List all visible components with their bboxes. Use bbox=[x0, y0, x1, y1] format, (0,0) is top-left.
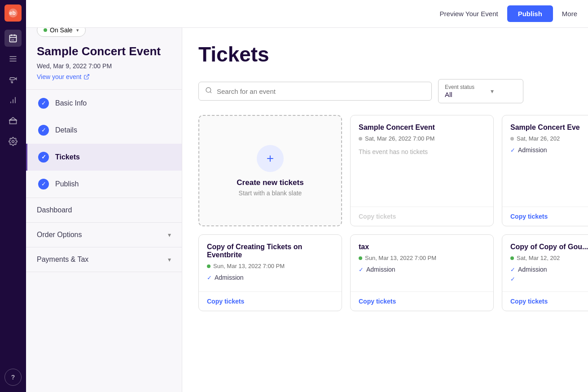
card1-copy-tickets-button: Copy tickets bbox=[359, 213, 396, 220]
svg-rect-13 bbox=[10, 120, 17, 123]
nav-label-tickets: Tickets bbox=[55, 153, 80, 161]
card5-ticket-label: Admission bbox=[518, 266, 547, 273]
search-row: Event status All ▾ bbox=[198, 79, 572, 103]
card5-copy-tickets-button[interactable]: Copy tickets bbox=[510, 298, 548, 305]
svg-text:eb: eb bbox=[9, 10, 16, 16]
nav-label-details: Details bbox=[55, 126, 77, 134]
nav-item-publish[interactable]: ✓ Publish bbox=[26, 171, 182, 198]
svg-line-18 bbox=[210, 92, 211, 93]
sidebar-icon-chart[interactable] bbox=[4, 92, 22, 109]
payments-tax-chevron-icon: ▾ bbox=[168, 256, 171, 263]
card2-ticket-label: Admission bbox=[518, 146, 547, 154]
event-status-chevron-icon: ▾ bbox=[491, 88, 494, 95]
create-plus-icon: + bbox=[257, 145, 284, 172]
status-chevron-icon: ▾ bbox=[76, 27, 79, 33]
svg-marker-14 bbox=[10, 118, 17, 120]
svg-point-17 bbox=[206, 88, 211, 92]
logo[interactable]: eb bbox=[4, 4, 22, 22]
card2-date: Sat, Mar 26, 202 bbox=[517, 135, 560, 142]
card2-copy-tickets-button[interactable]: Copy tickets bbox=[510, 213, 548, 220]
publish-button[interactable]: Publish bbox=[507, 5, 553, 22]
order-options-label: Order Options bbox=[37, 231, 82, 239]
nav-check-basic-info: ✓ bbox=[38, 98, 49, 109]
event-date: Wed, Mar 9, 2022 7:00 PM bbox=[26, 62, 182, 70]
card3-ticket-check-icon: ✓ bbox=[207, 274, 212, 281]
preview-event-button[interactable]: Preview Your Event bbox=[440, 10, 498, 18]
create-card-label: Create new tickets bbox=[237, 178, 303, 187]
nav-label-publish: Publish bbox=[55, 180, 79, 188]
nav-item-basic-info[interactable]: ✓ Basic Info bbox=[26, 90, 182, 117]
nav-check-publish: ✓ bbox=[38, 179, 49, 189]
nav-item-details[interactable]: ✓ Details bbox=[26, 117, 182, 144]
sidebar-icon-bank[interactable] bbox=[4, 112, 22, 129]
sidebar-icon-gear[interactable] bbox=[4, 133, 22, 150]
sidebar-section-order-options[interactable]: Order Options ▾ bbox=[26, 223, 182, 247]
topbar: Preview Your Event Publish More bbox=[26, 0, 588, 28]
event-status-dropdown[interactable]: Event status All ▾ bbox=[438, 79, 523, 103]
card5-ticket-check-icon-2: ✓ bbox=[510, 276, 515, 282]
event-title: Sample Concert Event bbox=[26, 42, 182, 62]
event-status-label: Event status bbox=[445, 84, 474, 90]
card3-ticket-label: Admission bbox=[215, 274, 244, 281]
card5-date-dot bbox=[510, 256, 514, 260]
payments-tax-label: Payments & Tax bbox=[37, 255, 88, 264]
search-icon bbox=[205, 87, 212, 96]
sidebar-section-payments-tax[interactable]: Payments & Tax ▾ bbox=[26, 247, 182, 272]
card1-date: Sat, Mar 26, 2022 7:00 PM bbox=[365, 135, 434, 142]
card4-date: Sun, Mar 13, 2022 7:00 PM bbox=[365, 255, 436, 261]
card5-event-name: Copy of Copy of Gou... Baking Class bbox=[510, 243, 588, 251]
nav-check-tickets: ✓ bbox=[38, 152, 49, 163]
more-button[interactable]: More bbox=[562, 10, 577, 18]
view-event-link[interactable]: View your event bbox=[26, 70, 182, 89]
status-dot bbox=[44, 28, 47, 32]
card3-date: Sun, Mar 13, 2022 7:00 PM bbox=[213, 263, 285, 269]
search-input[interactable] bbox=[217, 88, 425, 95]
icon-bar: eb 15 bbox=[0, 0, 26, 392]
card2-event-name: Sample Concert Eve bbox=[510, 123, 588, 132]
sidebar: ‹ Events On Sale ▾ Sample Concert Event … bbox=[26, 0, 182, 392]
card4-ticket-check-icon: ✓ bbox=[359, 266, 364, 273]
card4-event-name: tax bbox=[359, 243, 485, 251]
svg-point-15 bbox=[12, 141, 14, 143]
cards-row-1: + Create new tickets Start with a blank … bbox=[198, 115, 572, 226]
nav-label-basic-info: Basic Info bbox=[55, 99, 87, 107]
event-status-value: All bbox=[445, 91, 474, 98]
event-card-3: Copy of Creating Tickets on Eventbrite S… bbox=[198, 234, 342, 311]
card4-date-dot bbox=[359, 256, 362, 260]
sidebar-icon-orders[interactable] bbox=[4, 50, 22, 67]
sidebar-icon-help[interactable]: ? bbox=[4, 369, 22, 386]
card5-ticket-check-icon: ✓ bbox=[510, 266, 515, 273]
order-options-chevron-icon: ▾ bbox=[168, 231, 171, 238]
event-card-5: Copy of Copy of Gou... Baking Class Sat,… bbox=[502, 234, 588, 311]
card4-copy-tickets-button[interactable]: Copy tickets bbox=[359, 298, 396, 305]
card2-ticket-check-icon: ✓ bbox=[510, 147, 515, 154]
card1-date-dot bbox=[359, 137, 362, 141]
card3-event-name: Copy of Creating Tickets on Eventbrite bbox=[207, 243, 333, 259]
card4-ticket-label: Admission bbox=[366, 266, 395, 273]
main-content: Tickets Event status All ▾ + bbox=[182, 28, 588, 392]
card2-date-dot bbox=[510, 137, 514, 141]
event-card-1: Sample Concert Event Sat, Mar 26, 2022 7… bbox=[350, 115, 494, 226]
event-card-2: Sample Concert Eve Sat, Mar 26, 202 ✓ Ad… bbox=[502, 115, 588, 226]
event-card-4: tax Sun, Mar 13, 2022 7:00 PM ✓ Admissio… bbox=[350, 234, 494, 311]
search-box bbox=[198, 82, 432, 101]
card1-event-name: Sample Concert Event bbox=[359, 123, 485, 132]
cards-row-2: Copy of Creating Tickets on Eventbrite S… bbox=[198, 234, 572, 311]
create-tickets-card[interactable]: + Create new tickets Start with a blank … bbox=[198, 115, 342, 226]
sidebar-icon-calendar[interactable]: 15 bbox=[4, 30, 22, 47]
sidebar-section-dashboard[interactable]: Dashboard bbox=[26, 198, 182, 222]
card3-copy-tickets-button[interactable]: Copy tickets bbox=[207, 298, 244, 305]
svg-line-16 bbox=[86, 74, 89, 77]
page-title: Tickets bbox=[198, 42, 572, 66]
create-card-sublabel: Start with a blank slate bbox=[239, 189, 302, 197]
nav-item-tickets[interactable]: ✓ Tickets bbox=[26, 144, 182, 171]
card1-no-tickets: This event has no tickets bbox=[359, 146, 485, 155]
external-link-icon bbox=[83, 74, 90, 80]
sidebar-icon-megaphone[interactable] bbox=[4, 71, 22, 88]
card3-date-dot bbox=[207, 264, 211, 268]
dashboard-label: Dashboard bbox=[37, 206, 72, 214]
nav-check-details: ✓ bbox=[38, 125, 49, 136]
card5-date: Sat, Mar 12, 202 bbox=[517, 255, 560, 261]
svg-text:15: 15 bbox=[11, 39, 14, 41]
